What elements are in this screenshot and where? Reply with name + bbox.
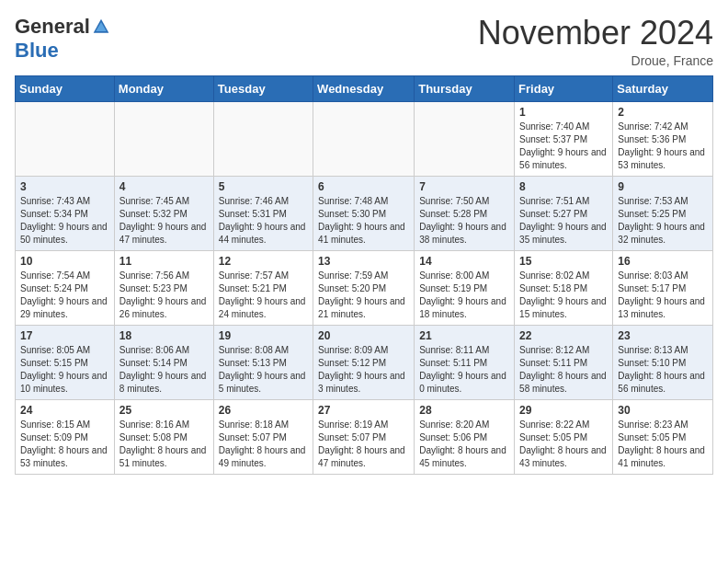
- day-info: Sunrise: 7:50 AM Sunset: 5:28 PM Dayligh…: [419, 195, 509, 247]
- day-info: Sunrise: 8:16 AM Sunset: 5:08 PM Dayligh…: [119, 419, 209, 470]
- day-number: 3: [20, 180, 109, 193]
- day-info: Sunrise: 8:02 AM Sunset: 5:18 PM Dayligh…: [519, 270, 608, 321]
- calendar-cell: 8Sunrise: 7:51 AM Sunset: 5:27 PM Daylig…: [515, 176, 613, 250]
- calendar-cell: 12Sunrise: 7:57 AM Sunset: 5:21 PM Dayli…: [213, 250, 313, 325]
- day-number: 20: [318, 329, 409, 342]
- day-info: Sunrise: 8:20 AM Sunset: 5:06 PM Dayligh…: [419, 419, 509, 470]
- calendar-header-tuesday: Tuesday: [213, 75, 313, 101]
- calendar-header-wednesday: Wednesday: [313, 75, 415, 101]
- day-number: 18: [119, 329, 209, 342]
- day-number: 6: [318, 180, 409, 193]
- calendar-week-2: 3Sunrise: 7:43 AM Sunset: 5:34 PM Daylig…: [16, 176, 713, 250]
- calendar-cell: 23Sunrise: 8:13 AM Sunset: 5:10 PM Dayli…: [613, 325, 713, 399]
- day-info: Sunrise: 7:45 AM Sunset: 5:32 PM Dayligh…: [119, 195, 209, 247]
- calendar-cell: 25Sunrise: 8:16 AM Sunset: 5:08 PM Dayli…: [114, 399, 213, 474]
- day-info: Sunrise: 7:51 AM Sunset: 5:27 PM Dayligh…: [519, 195, 608, 247]
- calendar-cell: 10Sunrise: 7:54 AM Sunset: 5:24 PM Dayli…: [16, 250, 115, 325]
- calendar-cell: 13Sunrise: 7:59 AM Sunset: 5:20 PM Dayli…: [313, 250, 415, 325]
- calendar-cell: 14Sunrise: 8:00 AM Sunset: 5:19 PM Dayli…: [415, 250, 515, 325]
- calendar-cell: 9Sunrise: 7:53 AM Sunset: 5:25 PM Daylig…: [613, 176, 713, 250]
- calendar-cell: 2Sunrise: 7:42 AM Sunset: 5:36 PM Daylig…: [613, 101, 713, 176]
- calendar-header-row: SundayMondayTuesdayWednesdayThursdayFrid…: [16, 75, 713, 101]
- calendar-cell: [114, 101, 213, 176]
- calendar-header-thursday: Thursday: [415, 75, 515, 101]
- day-info: Sunrise: 7:43 AM Sunset: 5:34 PM Dayligh…: [20, 195, 109, 247]
- calendar-week-1: 1Sunrise: 7:40 AM Sunset: 5:37 PM Daylig…: [16, 101, 713, 176]
- calendar-cell: 19Sunrise: 8:08 AM Sunset: 5:13 PM Dayli…: [213, 325, 313, 399]
- day-info: Sunrise: 8:23 AM Sunset: 5:05 PM Dayligh…: [618, 419, 708, 470]
- calendar-cell: [213, 101, 313, 176]
- day-info: Sunrise: 8:00 AM Sunset: 5:19 PM Dayligh…: [419, 270, 509, 321]
- calendar-header-friday: Friday: [515, 75, 613, 101]
- calendar: SundayMondayTuesdayWednesdayThursdayFrid…: [15, 75, 713, 475]
- day-number: 13: [318, 255, 409, 268]
- location: Droue, France: [478, 53, 713, 68]
- calendar-cell: 28Sunrise: 8:20 AM Sunset: 5:06 PM Dayli…: [415, 399, 515, 474]
- day-number: 19: [219, 329, 308, 342]
- day-info: Sunrise: 8:13 AM Sunset: 5:10 PM Dayligh…: [618, 344, 708, 396]
- header: General Blue November 2024 Droue, France: [15, 15, 713, 68]
- calendar-cell: [16, 101, 115, 176]
- calendar-cell: 18Sunrise: 8:06 AM Sunset: 5:14 PM Dayli…: [114, 325, 213, 399]
- calendar-week-3: 10Sunrise: 7:54 AM Sunset: 5:24 PM Dayli…: [16, 250, 713, 325]
- day-info: Sunrise: 7:46 AM Sunset: 5:31 PM Dayligh…: [219, 195, 308, 247]
- day-info: Sunrise: 7:53 AM Sunset: 5:25 PM Dayligh…: [618, 195, 708, 247]
- day-number: 27: [318, 404, 409, 417]
- day-number: 24: [20, 404, 109, 417]
- calendar-cell: 22Sunrise: 8:12 AM Sunset: 5:11 PM Dayli…: [515, 325, 613, 399]
- day-number: 14: [419, 255, 509, 268]
- calendar-header-monday: Monday: [114, 75, 213, 101]
- calendar-cell: 21Sunrise: 8:11 AM Sunset: 5:11 PM Dayli…: [415, 325, 515, 399]
- calendar-cell: 16Sunrise: 8:03 AM Sunset: 5:17 PM Dayli…: [613, 250, 713, 325]
- day-info: Sunrise: 8:22 AM Sunset: 5:05 PM Dayligh…: [519, 419, 608, 470]
- day-number: 4: [119, 180, 209, 193]
- title-block: November 2024 Droue, France: [478, 15, 713, 68]
- calendar-cell: 4Sunrise: 7:45 AM Sunset: 5:32 PM Daylig…: [114, 176, 213, 250]
- day-info: Sunrise: 8:05 AM Sunset: 5:15 PM Dayligh…: [20, 344, 109, 396]
- day-info: Sunrise: 7:56 AM Sunset: 5:23 PM Dayligh…: [119, 270, 209, 321]
- page: General Blue November 2024 Droue, France…: [0, 0, 728, 484]
- day-number: 5: [219, 180, 308, 193]
- calendar-cell: 11Sunrise: 7:56 AM Sunset: 5:23 PM Dayli…: [114, 250, 213, 325]
- day-number: 21: [419, 329, 509, 342]
- day-info: Sunrise: 8:03 AM Sunset: 5:17 PM Dayligh…: [618, 270, 708, 321]
- calendar-cell: 15Sunrise: 8:02 AM Sunset: 5:18 PM Dayli…: [515, 250, 613, 325]
- day-number: 8: [519, 180, 608, 193]
- day-number: 12: [219, 255, 308, 268]
- logo-general-text: General: [15, 15, 90, 39]
- day-number: 16: [618, 255, 708, 268]
- calendar-cell: [313, 101, 415, 176]
- day-number: 25: [119, 404, 209, 417]
- day-info: Sunrise: 8:19 AM Sunset: 5:07 PM Dayligh…: [318, 419, 409, 470]
- day-info: Sunrise: 8:18 AM Sunset: 5:07 PM Dayligh…: [219, 419, 308, 470]
- calendar-cell: 29Sunrise: 8:22 AM Sunset: 5:05 PM Dayli…: [515, 399, 613, 474]
- calendar-cell: 24Sunrise: 8:15 AM Sunset: 5:09 PM Dayli…: [16, 399, 115, 474]
- day-number: 10: [20, 255, 109, 268]
- day-info: Sunrise: 8:11 AM Sunset: 5:11 PM Dayligh…: [419, 344, 509, 396]
- day-info: Sunrise: 7:40 AM Sunset: 5:37 PM Dayligh…: [519, 121, 608, 172]
- calendar-cell: 20Sunrise: 8:09 AM Sunset: 5:12 PM Dayli…: [313, 325, 415, 399]
- day-info: Sunrise: 8:12 AM Sunset: 5:11 PM Dayligh…: [519, 344, 608, 396]
- calendar-header-saturday: Saturday: [613, 75, 713, 101]
- day-info: Sunrise: 8:08 AM Sunset: 5:13 PM Dayligh…: [219, 344, 308, 396]
- day-number: 7: [419, 180, 509, 193]
- day-number: 28: [419, 404, 509, 417]
- day-number: 29: [519, 404, 608, 417]
- day-info: Sunrise: 8:09 AM Sunset: 5:12 PM Dayligh…: [318, 344, 409, 396]
- calendar-cell: 17Sunrise: 8:05 AM Sunset: 5:15 PM Dayli…: [16, 325, 115, 399]
- calendar-cell: 7Sunrise: 7:50 AM Sunset: 5:28 PM Daylig…: [415, 176, 515, 250]
- logo-blue-text: Blue: [15, 39, 59, 62]
- day-number: 17: [20, 329, 109, 342]
- calendar-cell: 30Sunrise: 8:23 AM Sunset: 5:05 PM Dayli…: [613, 399, 713, 474]
- calendar-cell: [415, 101, 515, 176]
- calendar-week-5: 24Sunrise: 8:15 AM Sunset: 5:09 PM Dayli…: [16, 399, 713, 474]
- day-number: 26: [219, 404, 308, 417]
- day-number: 22: [519, 329, 608, 342]
- calendar-cell: 26Sunrise: 8:18 AM Sunset: 5:07 PM Dayli…: [213, 399, 313, 474]
- day-info: Sunrise: 8:15 AM Sunset: 5:09 PM Dayligh…: [20, 419, 109, 470]
- day-number: 1: [519, 106, 608, 119]
- calendar-cell: 3Sunrise: 7:43 AM Sunset: 5:34 PM Daylig…: [16, 176, 115, 250]
- day-info: Sunrise: 7:59 AM Sunset: 5:20 PM Dayligh…: [318, 270, 409, 321]
- day-info: Sunrise: 7:42 AM Sunset: 5:36 PM Dayligh…: [618, 121, 708, 172]
- calendar-cell: 6Sunrise: 7:48 AM Sunset: 5:30 PM Daylig…: [313, 176, 415, 250]
